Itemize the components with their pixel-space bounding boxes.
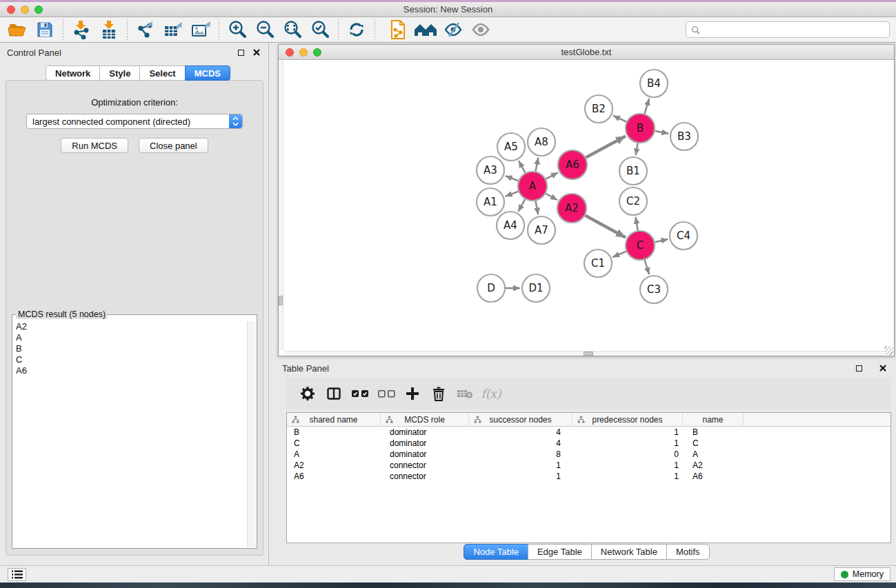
graph-edge-B-B3[interactable]: [655, 131, 669, 134]
delete-column-button[interactable]: [430, 385, 448, 403]
graph-edge-A-A5[interactable]: [519, 161, 526, 172]
resize-grip[interactable]: [884, 346, 893, 355]
graph-edge-B-B2[interactable]: [613, 116, 626, 122]
memory-button[interactable]: Memory: [834, 567, 890, 581]
export-network-button[interactable]: [134, 19, 157, 40]
graph-edge-A-A2[interactable]: [546, 194, 557, 200]
table-cell[interactable]: C: [683, 438, 744, 449]
table-cell[interactable]: A6: [287, 471, 381, 482]
tab-edge-table[interactable]: Edge Table: [528, 544, 592, 560]
import-network-button[interactable]: [70, 19, 93, 40]
tab-network[interactable]: Network: [46, 65, 100, 81]
table-cell[interactable]: 1: [573, 460, 683, 471]
table-cell[interactable]: A2: [683, 460, 744, 471]
export-table-button[interactable]: [161, 19, 185, 40]
table-cell[interactable]: 1: [469, 471, 573, 482]
add-column-button[interactable]: [404, 385, 421, 403]
close-mcds-panel-button[interactable]: Close panel: [139, 138, 208, 153]
table-cell[interactable]: 1: [573, 427, 683, 438]
table-cell[interactable]: dominator: [381, 449, 469, 460]
graph-edge-A-A4[interactable]: [518, 199, 525, 212]
graph-edge-A-A7[interactable]: [535, 201, 538, 215]
table-settings-button[interactable]: [299, 385, 317, 403]
first-neighbors-button[interactable]: [414, 19, 437, 40]
graph-edge-B-B4[interactable]: [644, 99, 649, 114]
table-cell[interactable]: C: [287, 438, 381, 449]
table-cell[interactable]: B: [287, 427, 381, 438]
table-row[interactable]: Adominator80A: [287, 449, 890, 460]
save-session-button[interactable]: [33, 19, 57, 40]
scrollbar-thumb[interactable]: [584, 352, 593, 356]
column-header-successor-nodes[interactable]: successor nodes: [469, 413, 573, 427]
table-cell[interactable]: 4: [469, 427, 573, 438]
mcds-result-item[interactable]: A: [14, 332, 246, 343]
table-cell[interactable]: A: [287, 449, 381, 460]
graph-edge-A-A3[interactable]: [506, 176, 519, 181]
table-cell[interactable]: connector: [381, 471, 469, 482]
table-row[interactable]: A2connector11A2: [287, 460, 890, 471]
delete-table-button[interactable]: [456, 385, 474, 403]
mcds-result-item[interactable]: A6: [14, 365, 246, 376]
zoom-selected-button[interactable]: [308, 19, 332, 40]
mcds-result-item[interactable]: A2: [14, 321, 246, 332]
show-hidden-button[interactable]: [469, 19, 492, 40]
column-header-predecessor-nodes[interactable]: predecessor nodes: [573, 413, 683, 427]
graph-edge-C-C1[interactable]: [613, 252, 626, 257]
graph-edge-A2-C[interactable]: [585, 216, 626, 238]
tab-style[interactable]: Style: [99, 65, 140, 81]
close-table-panel-button[interactable]: [878, 363, 888, 373]
table-split-view-button[interactable]: [325, 385, 343, 403]
table-cell[interactable]: 4: [469, 438, 573, 449]
search-input[interactable]: [704, 25, 889, 34]
graph-edge-A-A6[interactable]: [546, 172, 557, 179]
float-table-panel-button[interactable]: [854, 363, 864, 373]
graph-edge-A-A1[interactable]: [506, 192, 519, 196]
table-cell[interactable]: dominator: [381, 427, 469, 438]
column-header-shared-name[interactable]: shared name: [287, 413, 381, 427]
table-cell[interactable]: dominator: [381, 438, 469, 449]
graph-edge-A6-B[interactable]: [586, 136, 626, 157]
select-all-checkboxes-button[interactable]: [351, 385, 369, 403]
deselect-all-checkboxes-button[interactable]: [377, 385, 395, 403]
table-cell[interactable]: 1: [573, 471, 683, 482]
table-cell[interactable]: A2: [287, 460, 381, 471]
function-builder-button[interactable]: f(x): [482, 385, 500, 403]
run-mcds-button[interactable]: Run MCDS: [61, 138, 128, 153]
table-cell[interactable]: A6: [683, 471, 744, 482]
criterion-select[interactable]: largest connected component (directed): [26, 114, 243, 129]
table-row[interactable]: A6connector11A6: [287, 471, 890, 482]
column-header-name[interactable]: name: [683, 413, 744, 427]
import-table-button[interactable]: [97, 19, 121, 40]
graph-edge-B-B1[interactable]: [636, 143, 638, 156]
tab-network-table[interactable]: Network Table: [591, 544, 667, 560]
search-field[interactable]: [686, 21, 890, 38]
table-cell[interactable]: 0: [573, 449, 683, 460]
zoom-in-button[interactable]: [226, 19, 249, 40]
scrollbar-thumb[interactable]: [279, 296, 283, 305]
tab-mcds[interactable]: MCDS: [185, 65, 230, 81]
column-header-MCDS-role[interactable]: MCDS role: [381, 413, 469, 427]
table-cell[interactable]: 1: [469, 460, 573, 471]
graph-edge-C-C4[interactable]: [655, 239, 668, 242]
network-vertical-scrollbar[interactable]: [279, 60, 283, 350]
table-cell[interactable]: 1: [573, 438, 683, 449]
table-cell[interactable]: B: [683, 427, 744, 438]
mcds-result-item[interactable]: C: [14, 354, 246, 365]
mcds-list-scrollbar[interactable]: [247, 321, 256, 547]
table-cell[interactable]: connector: [381, 460, 469, 471]
zoom-fit-button[interactable]: [281, 19, 304, 40]
task-history-button[interactable]: [8, 568, 26, 581]
close-panel-button[interactable]: [252, 48, 261, 57]
network-horizontal-scrollbar[interactable]: [283, 351, 884, 356]
table-row[interactable]: Cdominator41C: [287, 438, 890, 449]
refresh-layout-button[interactable]: [345, 19, 368, 40]
tab-node-table[interactable]: Node Table: [464, 544, 528, 560]
export-image-button[interactable]: [189, 19, 212, 40]
open-session-button[interactable]: [6, 19, 29, 40]
table-row[interactable]: Bdominator41B: [287, 427, 890, 438]
new-network-from-selection-button[interactable]: [386, 19, 410, 40]
table-cell[interactable]: A: [683, 449, 744, 460]
hide-selected-button[interactable]: [441, 19, 465, 40]
tab-select[interactable]: Select: [139, 65, 185, 81]
zoom-out-button[interactable]: [253, 19, 277, 40]
